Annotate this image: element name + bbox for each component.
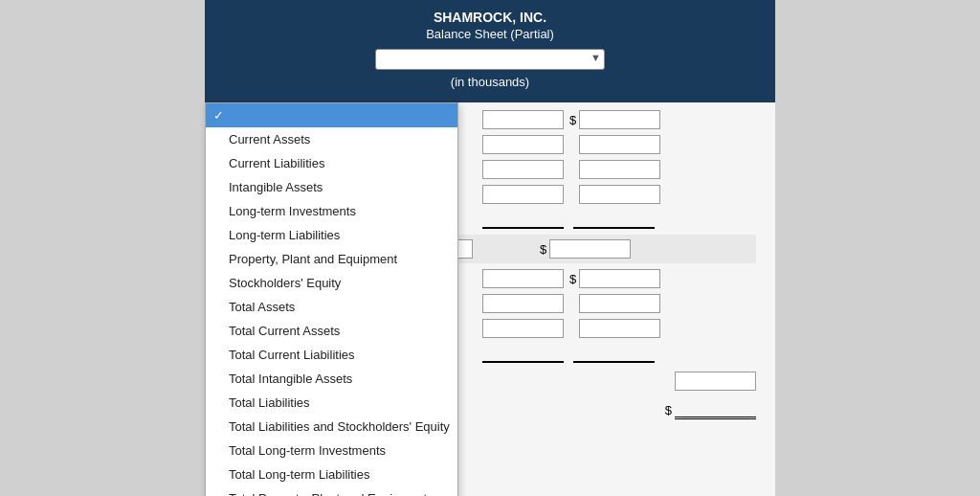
- dropdown-item-total-liabilities-stockholders[interactable]: Total Liabilities and Stockholders' Equi…: [206, 415, 457, 439]
- app-container: SHAMROCK, INC. Balance Sheet (Partial) ▼…: [205, 0, 775, 496]
- input-s1-r2[interactable]: [482, 135, 564, 154]
- header-select-wrapper: ▼: [375, 49, 605, 70]
- input-s1-r3b[interactable]: [579, 160, 660, 179]
- input-s1-totalb[interactable]: [573, 210, 655, 229]
- input-s2-r1b[interactable]: [579, 269, 660, 288]
- input-gray-r1[interactable]: [549, 239, 631, 259]
- bottom-right-input-1[interactable]: [675, 372, 756, 391]
- input-s2-r2[interactable]: [482, 294, 564, 313]
- input-s2-r3b[interactable]: [579, 319, 660, 338]
- dropdown-item-total-current-assets[interactable]: Total Current Assets: [206, 319, 457, 343]
- dropdown-item-total-current-liabilities[interactable]: Total Current Liabilities: [206, 343, 457, 367]
- input-s2-total[interactable]: [482, 344, 564, 363]
- dropdown-item-blank[interactable]: [206, 103, 457, 127]
- header-select-row: ▼: [205, 49, 775, 70]
- dropdown-item-long-term-investments[interactable]: Long-term Investments: [206, 199, 457, 223]
- header-dropdown[interactable]: [375, 49, 605, 70]
- input-s1-r1[interactable]: [482, 110, 564, 129]
- bottom-total-input[interactable]: [675, 400, 756, 419]
- header: SHAMROCK, INC. Balance Sheet (Partial) ▼…: [205, 0, 775, 102]
- input-s2-totalb[interactable]: [573, 344, 655, 363]
- bottom-dollar-sign: $: [665, 403, 672, 417]
- header-subtitle: Balance Sheet (Partial): [205, 27, 775, 41]
- input-s2-r2b[interactable]: [579, 294, 660, 313]
- dropdown-item-total-intangible-assets[interactable]: Total Intangible Assets: [206, 367, 457, 391]
- header-title: SHAMROCK, INC.: [205, 10, 775, 25]
- dropdown-item-total-liabilities[interactable]: Total Liabilities: [206, 391, 457, 415]
- dollar-s2: $: [569, 272, 576, 286]
- dropdown-item-current-assets[interactable]: Current Assets: [206, 127, 457, 151]
- input-s1-r4b[interactable]: [579, 185, 660, 204]
- dropdown-item-long-term-liabilities[interactable]: Long-term Liabilities: [206, 223, 457, 247]
- dropdown-item-total-assets[interactable]: Total Assets: [206, 295, 457, 319]
- input-s2-r3[interactable]: [482, 319, 564, 338]
- input-s1-total[interactable]: [482, 210, 564, 229]
- dropdown-item-intangible-assets[interactable]: Intangible Assets: [206, 175, 457, 199]
- in-thousands-label: (in thousands): [205, 70, 775, 95]
- dropdown-item-total-long-term-liabilities[interactable]: Total Long-term Liabilities: [206, 462, 457, 486]
- main-content: Current Assets Current Liabilities Intan…: [205, 102, 775, 496]
- input-s1-r2b[interactable]: [579, 135, 660, 154]
- dropdown-item-stockholders-equity[interactable]: Stockholders' Equity: [206, 271, 457, 295]
- dollar-s1: $: [569, 113, 576, 127]
- dropdown-item-total-property-plant[interactable]: Total Property, Plant and Equipment: [206, 486, 457, 496]
- dropdown-item-total-long-term-investments[interactable]: Total Long-term Investments: [206, 439, 457, 462]
- input-s1-r3[interactable]: [482, 160, 564, 179]
- input-s2-r1[interactable]: [482, 269, 564, 288]
- dropdown-item-current-liabilities[interactable]: Current Liabilities: [206, 151, 457, 175]
- input-s1-r4[interactable]: [482, 185, 564, 204]
- dropdown-overlay: Current Assets Current Liabilities Intan…: [205, 102, 458, 496]
- dropdown-item-property-plant-equipment[interactable]: Property, Plant and Equipment: [206, 247, 457, 271]
- input-s1-r1b[interactable]: [579, 110, 660, 129]
- section-dollar: $: [540, 242, 546, 257]
